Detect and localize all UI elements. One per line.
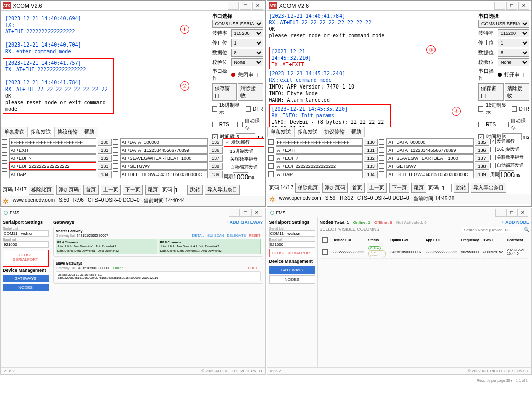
port-select[interactable]: COM8:USB-SERIAL CH34(: [212, 20, 263, 28]
cmd-send-button[interactable]: 133: [364, 163, 378, 170]
cmd-input[interactable]: [276, 170, 363, 178]
maximize-button[interactable]: □: [506, 209, 517, 217]
parity-select[interactable]: None: [498, 58, 529, 66]
add-gateway-button[interactable]: + ADD GATEWAY: [226, 220, 263, 225]
tab-single[interactable]: 单条发送: [267, 127, 295, 137]
dtr-checkbox[interactable]: [512, 106, 517, 112]
cmd-input[interactable]: [120, 138, 208, 146]
cmd-checkbox[interactable]: [2, 163, 7, 169]
cmd-input[interactable]: [386, 170, 474, 178]
cmd-checkbox[interactable]: [2, 155, 7, 161]
cmd-send-button[interactable]: 135: [209, 139, 223, 146]
com-select[interactable]: [269, 230, 315, 237]
maximize-button[interactable]: □: [506, 2, 517, 10]
cmd-input[interactable]: [120, 170, 208, 178]
period-input[interactable]: [233, 172, 248, 181]
close-button[interactable]: ✕: [251, 209, 262, 217]
cmd-checkbox[interactable]: [2, 171, 7, 177]
keyboard-checkbox[interactable]: [224, 157, 229, 162]
nodes-nav-button[interactable]: NODES: [269, 275, 315, 284]
cmd-input[interactable]: [120, 146, 208, 154]
reset-link[interactable]: RESET: [249, 234, 260, 237]
detail-link[interactable]: DETAIL: [192, 234, 204, 237]
gateways-nav-button[interactable]: GATEWAYS: [3, 275, 49, 282]
cmd-input[interactable]: [386, 146, 474, 154]
cmd-input[interactable]: [276, 146, 363, 154]
maximize-button[interactable]: □: [240, 2, 251, 10]
cmd-send-button[interactable]: 136: [475, 147, 489, 154]
cmd-input[interactable]: [386, 154, 474, 162]
baud-select[interactable]: 115200: [231, 29, 263, 37]
tab-help[interactable]: 帮助: [348, 127, 365, 137]
first-page-button[interactable]: 首页: [350, 183, 365, 193]
cmd-send-button[interactable]: 136: [209, 147, 223, 154]
cmd-send-button[interactable]: 130: [364, 139, 378, 146]
toggle-port-button[interactable]: 关闭串口: [238, 71, 258, 78]
period-input[interactable]: [499, 170, 514, 179]
cmd-checkbox[interactable]: [268, 139, 274, 145]
autosave-checkbox[interactable]: [504, 122, 509, 127]
gear-icon[interactable]: ✲: [3, 197, 9, 205]
cmd-input[interactable]: [9, 162, 96, 170]
hex-tx-checkbox[interactable]: [490, 147, 496, 152]
cmd-checkbox[interactable]: [113, 155, 118, 161]
first-page-button[interactable]: 首页: [83, 185, 99, 195]
newline-checkbox[interactable]: ✓: [225, 140, 230, 145]
cmd-checkbox[interactable]: [2, 147, 7, 153]
data-select[interactable]: 8: [498, 49, 529, 57]
cmd-send-button[interactable]: 138: [475, 163, 489, 170]
cmd-input[interactable]: [9, 146, 96, 154]
cmd-input[interactable]: [9, 154, 96, 162]
gear-icon[interactable]: ✲: [269, 195, 275, 203]
loop-checkbox[interactable]: [224, 165, 229, 170]
cmd-input[interactable]: [386, 138, 474, 146]
cmd-input[interactable]: [9, 170, 96, 178]
rts-checkbox[interactable]: [212, 122, 217, 127]
last-page-button[interactable]: 尾页: [145, 185, 160, 195]
edit-link[interactable]: EDIT/…: [248, 266, 261, 270]
cmd-checkbox[interactable]: [379, 139, 384, 145]
cmd-checkbox[interactable]: [268, 163, 274, 169]
close-serial-button[interactable]: CLOSE SERIALPORT: [269, 249, 315, 257]
row-checkbox[interactable]: [322, 249, 328, 255]
cmd-checkbox[interactable]: [379, 147, 384, 153]
loop-checkbox[interactable]: [490, 163, 496, 168]
cmd-checkbox[interactable]: [379, 155, 384, 161]
nodes-nav-button[interactable]: NODES: [3, 284, 49, 291]
page-input[interactable]: [441, 184, 452, 192]
tab-multi[interactable]: 多条发送: [27, 127, 55, 137]
cmd-send-button[interactable]: 135: [475, 139, 489, 146]
baud-input[interactable]: [3, 241, 49, 248]
gateways-nav-button[interactable]: GATEWAYS: [269, 266, 315, 274]
clear-rx-button[interactable]: 清除接收: [505, 83, 530, 101]
select-all-checkbox[interactable]: [322, 237, 328, 243]
save-window-button[interactable]: 保存窗口: [478, 83, 504, 101]
cmd-input[interactable]: [386, 162, 474, 170]
stop-select[interactable]: 1: [498, 39, 529, 47]
add-page-button[interactable]: 添加页码: [56, 185, 81, 195]
cmd-input[interactable]: [276, 162, 363, 170]
page-input[interactable]: [174, 186, 185, 194]
autosave-checkbox[interactable]: [237, 122, 243, 127]
cmd-send-button[interactable]: 137: [209, 155, 223, 162]
cmd-send-button[interactable]: 134: [364, 171, 378, 178]
tab-help[interactable]: 帮助: [81, 127, 98, 137]
url-link[interactable]: www.openedv.com: [279, 195, 321, 203]
baud-input[interactable]: [269, 241, 315, 248]
baud-select[interactable]: 115200: [498, 29, 529, 37]
next-page-button[interactable]: 下一页: [389, 183, 409, 193]
cmd-checkbox[interactable]: [2, 139, 7, 145]
cmd-input[interactable]: [276, 138, 363, 146]
port-select[interactable]: COM8:USB-SERIAL CH34(: [478, 20, 529, 28]
cmd-send-button[interactable]: 131: [98, 147, 112, 154]
cmd-checkbox[interactable]: [113, 171, 118, 177]
cmd-send-button[interactable]: 131: [364, 147, 378, 154]
cmd-send-button[interactable]: 133: [98, 163, 112, 170]
maximize-button[interactable]: □: [240, 209, 251, 217]
add-node-button[interactable]: + ADD NODE: [502, 220, 529, 225]
cmd-send-button[interactable]: 130: [98, 139, 112, 146]
hex-disp-checkbox[interactable]: [212, 106, 217, 112]
add-page-button[interactable]: 添加页码: [322, 183, 348, 193]
table-row[interactable]: 2222222222222222 Online Just saved 34315…: [321, 245, 529, 259]
minimize-button[interactable]: —: [495, 209, 506, 217]
